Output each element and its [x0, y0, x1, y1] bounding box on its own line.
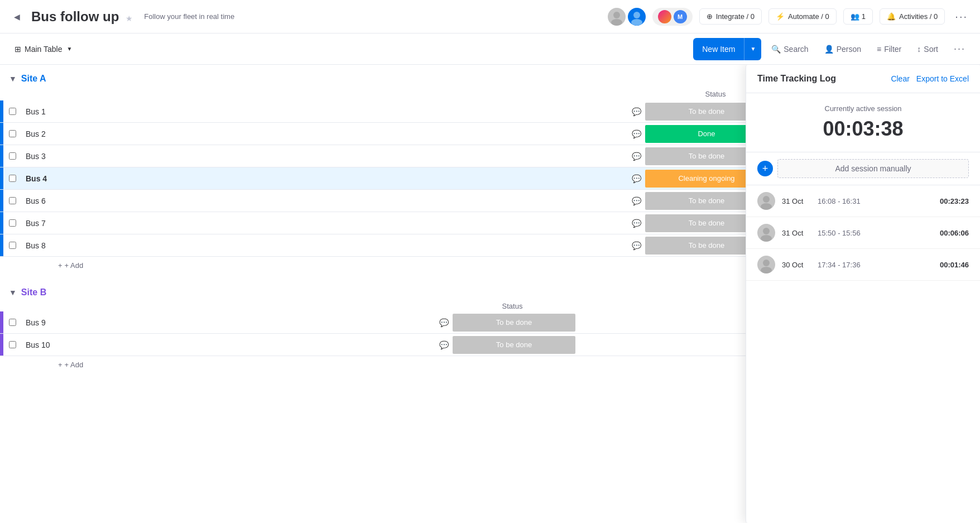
status-badge[interactable]: To be done [453, 336, 575, 354]
person-label: Person [837, 45, 861, 54]
table-icon: ⊞ [15, 45, 21, 54]
avatar-user1 [608, 8, 626, 26]
add-session-row: + Add session manually [746, 152, 980, 185]
persons-button[interactable]: 👥 1 [843, 8, 873, 25]
session-date: 30 Oct [782, 261, 811, 269]
time-panel-header: Time Tracking Log Clear Export to Excel [746, 65, 980, 93]
add-session-plus-button[interactable]: + [757, 161, 773, 176]
integrate-button[interactable]: ⊕ Integrate / 0 [699, 8, 762, 25]
row-name: Bus 2 [21, 129, 627, 138]
session-time-range: 15:50 - 15:56 [818, 229, 933, 237]
persons-icon: 👥 [851, 12, 859, 21]
svg-point-1 [611, 19, 622, 26]
comment-icon[interactable]: 💬 [627, 152, 645, 161]
activities-button[interactable]: 🔔 Activities / 0 [880, 8, 945, 25]
activities-icon: 🔔 [887, 12, 896, 21]
row-checkbox[interactable] [3, 341, 21, 348]
filter-icon: ≡ [877, 45, 881, 54]
svg-point-0 [613, 12, 620, 18]
sort-button[interactable]: ↕ Sort [911, 41, 944, 57]
active-session-label: Currently active session [757, 104, 969, 113]
export-to-excel-button[interactable]: Export to Excel [916, 74, 969, 83]
row-name: Bus 10 [21, 340, 435, 349]
new-item-caret-icon[interactable]: ▼ [744, 46, 761, 52]
row-name: Bus 3 [21, 152, 627, 161]
row-name: Bus 6 [21, 196, 627, 205]
col-header-status-b: Status [451, 302, 574, 310]
search-button[interactable]: 🔍 Search [766, 41, 814, 57]
automate-icon: ⚡ [776, 12, 785, 21]
row-checkbox[interactable] [3, 242, 21, 249]
comment-icon[interactable]: 💬 [627, 174, 645, 183]
add-row-icon: + [58, 361, 63, 369]
integrate-icon: ⊕ [707, 12, 713, 21]
row-name: Bus 1 [21, 107, 627, 116]
row-checkbox[interactable] [3, 175, 21, 182]
main-table-button[interactable]: ⊞ Main Table ▼ [9, 41, 78, 57]
time-panel-title: Time Tracking Log [757, 74, 836, 84]
svg-point-5 [761, 203, 772, 210]
svg-point-9 [761, 267, 772, 274]
logo-icons: M [652, 8, 693, 26]
search-label: Search [784, 45, 808, 54]
svg-point-8 [763, 260, 770, 266]
row-name: Bus 9 [21, 318, 435, 327]
group-site-b-chevron[interactable]: ▼ [9, 288, 17, 297]
session-duration: 00:06:06 [940, 229, 969, 237]
group-site-b-title[interactable]: Site B [21, 287, 46, 298]
page-subtitle: Follow your fleet in real time [144, 12, 234, 21]
integrate-label: Integrate / 0 [716, 12, 755, 21]
session-avatar [757, 192, 775, 210]
add-row-icon: + [58, 261, 63, 270]
add-session-input[interactable]: Add session manually [777, 159, 969, 178]
comment-icon[interactable]: 💬 [435, 318, 453, 327]
table-dropdown-icon: ▼ [66, 46, 72, 52]
group-site-a-chevron[interactable]: ▼ [9, 74, 17, 83]
header-more-button[interactable]: ··· [952, 7, 971, 26]
page-title: Bus follow up [31, 9, 119, 25]
svg-point-3 [631, 19, 642, 26]
toolbar-more-button[interactable]: ··· [948, 40, 971, 58]
session-duration: 00:23:23 [940, 197, 969, 205]
row-name: Bus 4 [21, 174, 627, 183]
time-tracking-panel: Time Tracking Log Clear Export to Excel … [746, 65, 980, 523]
session-avatar [757, 224, 775, 242]
active-session-section: Currently active session 00:03:38 [746, 93, 980, 152]
filter-label: Filter [884, 45, 901, 54]
comment-icon[interactable]: 💬 [627, 107, 645, 116]
new-item-button[interactable]: New Item ▼ [693, 38, 761, 60]
session-duration: 00:01:46 [940, 261, 969, 269]
row-checkbox[interactable] [3, 219, 21, 227]
clear-button[interactable]: Clear [891, 74, 909, 83]
sort-label: Sort [924, 45, 938, 54]
automate-button[interactable]: ⚡ Automate / 0 [768, 8, 837, 25]
row-checkbox[interactable] [3, 197, 21, 204]
star-icon[interactable]: ★ [126, 14, 133, 23]
filter-button[interactable]: ≡ Filter [871, 41, 907, 57]
row-status[interactable]: To be done [453, 314, 575, 332]
person-button[interactable]: 👤 Person [819, 41, 867, 57]
row-checkbox[interactable] [3, 319, 21, 326]
comment-icon[interactable]: 💬 [627, 219, 645, 228]
collapse-sidebar-button[interactable]: ◀ [9, 9, 25, 25]
comment-icon[interactable]: 💬 [627, 196, 645, 205]
row-checkbox[interactable] [3, 152, 21, 160]
comment-icon[interactable]: 💬 [627, 129, 645, 138]
add-row-label: + Add [65, 361, 84, 369]
automate-label: Automate / 0 [788, 12, 829, 21]
row-checkbox[interactable] [3, 108, 21, 115]
activities-label: Activities / 0 [899, 12, 938, 21]
comment-icon[interactable]: 💬 [435, 340, 453, 349]
row-checkbox[interactable] [3, 130, 21, 137]
session-date: 31 Oct [782, 197, 811, 205]
session-list: 31 Oct 16:08 - 16:31 00:23:23 31 Oct 15:… [746, 185, 980, 523]
comment-icon[interactable]: 💬 [627, 241, 645, 250]
main-content: ▼ Site A Status Last passage Timing ⇔ + [0, 65, 980, 523]
status-badge[interactable]: To be done [453, 314, 575, 332]
add-row-label: + Add [65, 261, 84, 270]
row-status[interactable]: To be done [453, 336, 575, 354]
group-site-a-title[interactable]: Site A [21, 74, 46, 84]
logo2-icon: M [674, 10, 687, 23]
svg-point-7 [761, 235, 772, 242]
row-name: Bus 7 [21, 219, 627, 228]
